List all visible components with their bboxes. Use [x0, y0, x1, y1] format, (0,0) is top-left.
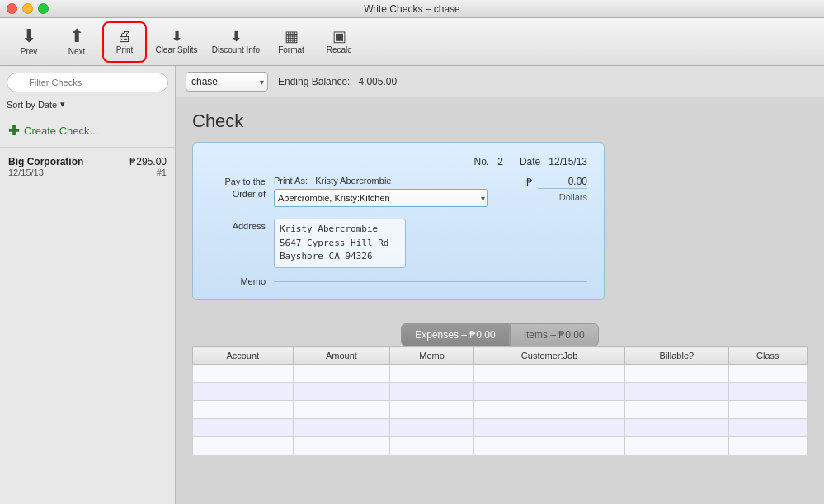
minimize-button[interactable]: [22, 3, 33, 14]
check-no-label: No.: [474, 156, 490, 167]
cell-account[interactable]: [193, 437, 294, 455]
print-icon: 🖨: [117, 29, 132, 44]
amount-value: 0.00: [538, 176, 587, 189]
toolbar: ⬇ Prev ⬆ Next 🖨 Print ⬇ Clear Splits ⬇ D…: [0, 18, 824, 66]
title-bar: Write Checks – chase: [0, 0, 824, 18]
cell-class[interactable]: [728, 437, 807, 455]
sidebar-item-amount: ₱295.00: [129, 156, 167, 167]
cell-class[interactable]: [728, 401, 807, 419]
address-label: Address: [210, 219, 266, 231]
cell-amount[interactable]: [293, 401, 390, 419]
table-row[interactable]: [193, 437, 808, 455]
print-as-label: Print As:: [274, 176, 308, 186]
check-form: No. 2 Date 12/15/13 Pay to theOrder of: [192, 142, 605, 300]
sidebar-item-num: #1: [157, 167, 167, 177]
table-row[interactable]: [193, 401, 808, 419]
ending-balance-value: 4,005.00: [358, 76, 397, 87]
check-title: Check: [192, 111, 808, 132]
cell-memo[interactable]: [390, 365, 474, 383]
table-header-row: Account Amount Memo Customer:Job Billabl…: [193, 347, 808, 365]
next-button[interactable]: ⬆ Next: [54, 21, 99, 63]
account-select-wrap: chase ▾: [186, 72, 268, 92]
cell-customer-job[interactable]: [474, 437, 625, 455]
cell-customer-job[interactable]: [474, 383, 625, 401]
cell-customer-job[interactable]: [474, 401, 625, 419]
tab-items-label: Items – ₱0.00: [524, 329, 585, 341]
cell-class[interactable]: [728, 419, 807, 437]
check-section: Check No. 2 Date 12/15/13: [176, 97, 824, 313]
cell-customer-job[interactable]: [474, 419, 625, 437]
print-as-row: Print As: Kristy Abercrombie: [274, 176, 488, 186]
memo-row: Memo: [210, 276, 587, 286]
cell-class[interactable]: [728, 365, 807, 383]
discount-info-icon: ⬇: [230, 29, 242, 44]
account-select[interactable]: chase: [186, 72, 268, 92]
cell-memo[interactable]: [390, 437, 474, 455]
table-body: [193, 365, 808, 455]
tab-items[interactable]: Items – ₱0.00: [510, 323, 599, 346]
cell-amount[interactable]: [293, 419, 390, 437]
cell-amount[interactable]: [293, 365, 390, 383]
clear-splits-button[interactable]: ⬇ Clear Splits: [150, 21, 203, 63]
prev-icon: ⬇: [21, 27, 36, 45]
pay-to-row: Pay to theOrder of Print As: Kristy Aber…: [210, 176, 587, 210]
payee-select[interactable]: Abercrombie, Kristy:Kitchen: [274, 189, 488, 207]
tab-expenses-label: Expenses – ₱0.00: [415, 329, 495, 341]
check-date-value: 12/15/13: [549, 156, 587, 167]
cell-customer-job[interactable]: [474, 365, 625, 383]
format-button[interactable]: ▦ Format: [269, 21, 313, 63]
sort-chevron-icon[interactable]: ▾: [60, 99, 65, 110]
content-topbar: chase ▾ Ending Balance: 4,005.00: [176, 66, 824, 97]
recalc-button[interactable]: ▣ Recalc: [317, 21, 361, 63]
col-billable: Billable?: [625, 347, 728, 365]
cell-account[interactable]: [193, 365, 294, 383]
traffic-lights[interactable]: [7, 3, 49, 14]
tabs-row: Expenses – ₱0.00 Items – ₱0.00: [192, 323, 808, 346]
prev-button[interactable]: ⬇ Prev: [7, 21, 51, 63]
dollars-label: Dollars: [559, 192, 587, 202]
cell-class[interactable]: [728, 383, 807, 401]
format-label: Format: [278, 46, 304, 54]
content-area: chase ▾ Ending Balance: 4,005.00 Check N…: [176, 66, 824, 504]
ending-balance-label: Ending Balance:: [278, 76, 350, 87]
cell-billable[interactable]: [625, 401, 728, 419]
cell-billable[interactable]: [625, 437, 728, 455]
discount-info-button[interactable]: ⬇ Discount Info: [206, 21, 266, 63]
create-check-button[interactable]: ✚ Create Check...: [0, 118, 175, 144]
sidebar-item-date-row: 12/15/13 #1: [8, 167, 167, 177]
table-row[interactable]: [193, 383, 808, 401]
cell-account[interactable]: [193, 401, 294, 419]
print-button[interactable]: 🖨 Print: [102, 21, 147, 63]
table-row[interactable]: [193, 365, 808, 383]
cell-memo[interactable]: [390, 401, 474, 419]
cell-memo[interactable]: [390, 419, 474, 437]
address-textarea[interactable]: Kristy Abercrombie 5647 Cypress Hill Rd …: [274, 219, 406, 268]
cell-amount[interactable]: [293, 437, 390, 455]
payee-select-wrap: Abercrombie, Kristy:Kitchen ▾: [274, 189, 488, 207]
cell-billable[interactable]: [625, 383, 728, 401]
check-no-area: No. 2: [474, 156, 503, 167]
memo-line: [274, 281, 587, 282]
cell-memo[interactable]: [390, 383, 474, 401]
pay-to-right: Print As: Kristy Abercrombie Abercrombie…: [274, 176, 488, 207]
table-section: Account Amount Memo Customer:Job Billabl…: [176, 346, 824, 469]
cell-amount[interactable]: [293, 383, 390, 401]
data-table: Account Amount Memo Customer:Job Billabl…: [192, 346, 808, 455]
cell-account[interactable]: [193, 419, 294, 437]
print-as-value: Kristy Abercrombie: [315, 176, 391, 186]
cell-billable[interactable]: [625, 419, 728, 437]
currency-symbol: ₱: [526, 177, 533, 188]
table-header: Account Amount Memo Customer:Job Billabl…: [193, 347, 808, 365]
table-row[interactable]: [193, 419, 808, 437]
tab-expenses[interactable]: Expenses – ₱0.00: [401, 323, 509, 346]
cell-billable[interactable]: [625, 365, 728, 383]
cell-account[interactable]: [193, 383, 294, 401]
discount-info-label: Discount Info: [212, 46, 260, 54]
search-input[interactable]: [7, 73, 168, 92]
list-item[interactable]: Big Corporation ₱295.00 12/15/13 #1: [0, 151, 175, 182]
window-title: Write Checks – chase: [364, 3, 460, 15]
address-row: Address Kristy Abercrombie 5647 Cypress …: [210, 219, 587, 268]
close-button[interactable]: [7, 3, 17, 14]
search-wrap: 🔍: [7, 73, 168, 92]
maximize-button[interactable]: [38, 3, 49, 14]
